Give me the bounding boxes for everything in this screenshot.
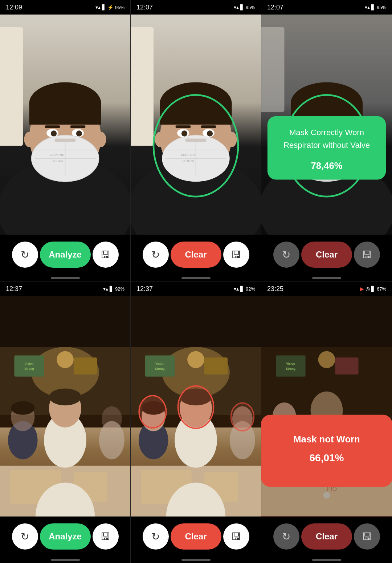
svg-rect-39 <box>201 125 216 128</box>
save-button-1[interactable]: 🖫 <box>93 242 119 268</box>
refresh-button-5[interactable]: ↻ <box>143 523 169 550</box>
save-button-3[interactable]: 🖫 <box>354 242 380 268</box>
status-icons-2: ▾▴ ▋ 95% <box>234 4 255 10</box>
signal-icon-6: ▋ <box>371 286 375 292</box>
svg-rect-71 <box>0 296 130 347</box>
time-5: 12:37 <box>136 285 153 293</box>
signal-icon-4: ▋ <box>110 286 114 292</box>
svg-rect-51 <box>261 27 284 112</box>
svg-point-12 <box>51 130 57 136</box>
svg-text:Vision: Vision <box>25 362 33 365</box>
restaurant-scene-4: Vision Strong <box>0 296 130 517</box>
clear-button-5[interactable]: Clear <box>171 523 221 550</box>
wifi-icon-3: ▾▴ <box>365 4 370 10</box>
svg-point-13 <box>76 130 82 136</box>
battery-5: 92% <box>246 286 255 292</box>
cell-4: 12:37 ▾▴ ▋ 92% <box>0 282 131 563</box>
cell-3: 12:07 ▾▴ ▋ 95% <box>261 0 392 282</box>
face-scene-2: FFP2 NR CE 0370 <box>131 15 261 235</box>
svg-point-37 <box>207 130 213 136</box>
svg-point-116 <box>231 403 254 431</box>
photo-area-5: Vision Strong <box>131 296 261 517</box>
home-bar-6 <box>312 559 341 561</box>
svg-rect-75 <box>14 355 44 376</box>
home-bar-5 <box>181 559 211 561</box>
svg-rect-125 <box>335 357 358 374</box>
home-bar-3 <box>312 277 341 279</box>
svg-rect-2 <box>0 27 23 146</box>
home-indicator-3 <box>261 275 392 281</box>
svg-text:CE 0370: CE 0370 <box>52 159 63 163</box>
clear-button-6[interactable]: Clear <box>301 523 352 550</box>
save-button-2[interactable]: 🖫 <box>223 242 249 268</box>
svg-point-74 <box>57 351 74 368</box>
svg-text:Mask not Worn: Mask not Worn <box>293 434 360 444</box>
svg-rect-15 <box>70 125 85 128</box>
svg-point-115 <box>139 396 166 428</box>
save-button-5[interactable]: 🖫 <box>223 523 249 550</box>
youtube-icon-6: ▶ <box>360 286 364 292</box>
svg-rect-38 <box>176 125 191 128</box>
svg-rect-93 <box>131 296 261 347</box>
home-bar-4 <box>51 559 80 561</box>
signal-icon-5: ▋ <box>240 286 244 292</box>
controls-3: ↻ Clear 🖫 <box>261 235 392 275</box>
status-bar-1: 12:09 ▾▴ ▋ ⚡ 95% <box>0 0 130 15</box>
svg-point-89 <box>11 401 34 414</box>
svg-text:Mask Correctly Worn: Mask Correctly Worn <box>289 128 364 137</box>
controls-4: ↻ Analyze 🖫 <box>0 517 130 556</box>
svg-point-86 <box>49 388 81 405</box>
controls-1: ↻ Analyze 🖫 <box>0 235 130 275</box>
time-1: 12:09 <box>6 4 22 11</box>
clear-button-2[interactable]: Clear <box>171 242 221 268</box>
svg-text:Vision: Vision <box>286 362 295 365</box>
status-bar-6: 23:25 ▶ ◎ ▋ 67% <box>261 282 392 296</box>
svg-text:FFP2 NR: FFP2 NR <box>181 153 195 157</box>
status-icons-6: ▶ ◎ ▋ 67% <box>360 286 386 292</box>
analyze-button-1[interactable]: Analyze <box>40 242 91 268</box>
lightning-icon-1: ⚡ <box>107 4 114 10</box>
refresh-button-1[interactable]: ↻ <box>12 242 38 268</box>
time-4: 12:37 <box>6 285 22 293</box>
svg-rect-78 <box>74 357 97 374</box>
cell-1: 12:09 ▾▴ ▋ ⚡ 95% <box>0 0 131 282</box>
wifi-icon-1: ▾▴ <box>95 4 101 10</box>
status-icons-5: ▾▴ ▋ 92% <box>234 286 255 292</box>
refresh-button-2[interactable]: ↻ <box>143 242 169 268</box>
battery-2: 95% <box>246 5 255 10</box>
refresh-button-3[interactable]: ↻ <box>273 242 299 268</box>
analyze-button-4[interactable]: Analyze <box>40 523 91 550</box>
svg-rect-14 <box>45 125 60 128</box>
battery-3: 95% <box>377 5 386 10</box>
svg-rect-100 <box>204 357 228 374</box>
svg-rect-31 <box>160 104 232 125</box>
signal-icon-3: ▋ <box>371 4 375 10</box>
wifi-icon-2: ▾▴ <box>234 4 239 10</box>
refresh-button-4[interactable]: ↻ <box>12 523 38 550</box>
status-icons-3: ▾▴ ▋ 95% <box>365 4 386 10</box>
face-scene-1: FFP2 NR CE 0370 <box>0 15 130 235</box>
home-indicator-2 <box>131 275 261 281</box>
photo-area-1: FFP2 NR CE 0370 <box>0 15 130 235</box>
home-indicator-1 <box>0 275 130 281</box>
battery-6: 67% <box>377 286 386 292</box>
svg-rect-26 <box>131 27 154 146</box>
photo-area-6: Vision Strong PIO PIO Mask not Worn 66,0… <box>261 296 392 517</box>
clear-button-3[interactable]: Clear <box>301 242 352 268</box>
save-button-4[interactable]: 🖫 <box>93 523 119 550</box>
battery-4: 92% <box>115 286 124 292</box>
home-indicator-4 <box>0 556 130 563</box>
restaurant-scene-5: Vision Strong <box>131 296 261 517</box>
save-button-6[interactable]: 🖫 <box>354 523 380 550</box>
time-6: 23:25 <box>267 285 283 293</box>
battery-1: 95% <box>115 5 124 10</box>
refresh-button-6[interactable]: ↻ <box>273 523 299 550</box>
svg-text:Strong: Strong <box>24 367 34 370</box>
svg-rect-7 <box>29 104 101 125</box>
svg-text:Respirator without Valve: Respirator without Valve <box>283 141 370 150</box>
cell-2: 12:07 ▾▴ ▋ 95% <box>131 0 261 282</box>
status-bar-2: 12:07 ▾▴ ▋ 95% <box>131 0 261 15</box>
svg-point-121 <box>318 351 335 368</box>
svg-rect-119 <box>261 296 392 347</box>
svg-text:Vision: Vision <box>155 362 164 365</box>
